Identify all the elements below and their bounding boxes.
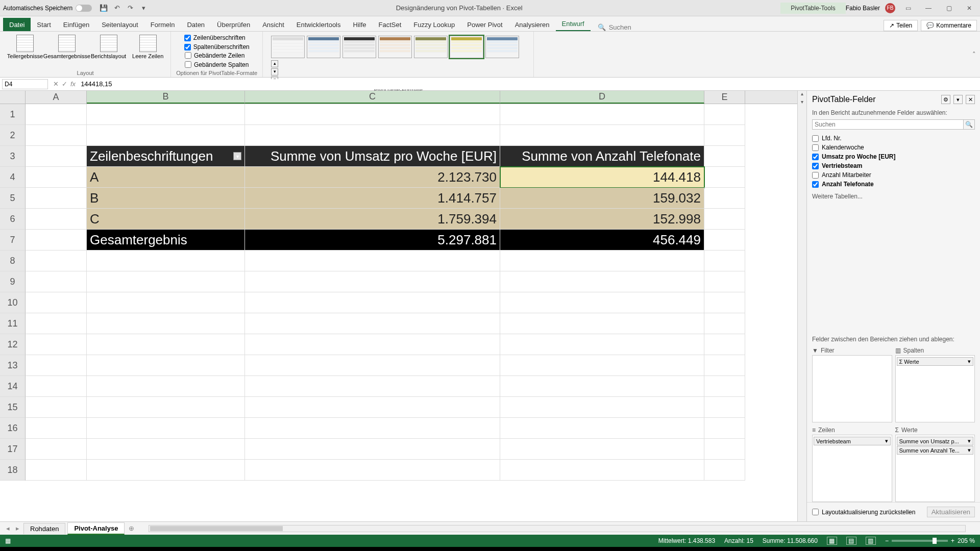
pivot-style-5[interactable] <box>414 36 448 58</box>
search-placeholder[interactable]: Suchen <box>609 23 631 31</box>
row-header[interactable]: 1 <box>0 104 26 125</box>
field-checkbox[interactable] <box>812 144 819 151</box>
minimize-icon[interactable]: — <box>921 3 936 13</box>
pivot-cell[interactable]: 159.032 <box>500 188 704 209</box>
pivot-style-7[interactable] <box>485 36 519 58</box>
pivot-style-1[interactable] <box>271 36 305 58</box>
ribbon-options-icon[interactable]: ▭ <box>900 3 916 13</box>
pivot-header-rows[interactable]: Zeilenbeschriftungen▾ <box>87 146 245 167</box>
blankrows-button[interactable]: Leere Zeilen <box>130 34 165 60</box>
field-item[interactable]: Kalenderwoche <box>812 143 975 152</box>
gallery-up-icon[interactable]: ▴ <box>271 60 278 67</box>
field-checkbox[interactable] <box>812 154 819 160</box>
row-header[interactable]: 8 <box>0 251 26 271</box>
area-item[interactable]: Σ Werte▾ <box>897 357 974 366</box>
tab-entwicklertools[interactable]: Entwicklertools <box>290 18 347 31</box>
save-icon[interactable]: 💾 <box>99 4 108 13</box>
comments-button[interactable]: 💬Kommentare <box>921 20 977 31</box>
update-button[interactable]: Aktualisieren <box>927 507 975 517</box>
sheet-nav-prev-icon[interactable]: ◂ <box>4 524 12 532</box>
pivot-style-4[interactable] <box>378 36 412 58</box>
row-header[interactable]: 5 <box>0 188 26 209</box>
field-item[interactable]: Anzahl Telefonate <box>812 180 975 189</box>
row-header[interactable]: 13 <box>0 355 26 376</box>
row-header[interactable]: 7 <box>0 230 26 251</box>
scroll-down-icon[interactable]: ▾ <box>798 99 806 107</box>
col-header-a[interactable]: A <box>26 91 87 104</box>
field-pane-gear-icon[interactable]: ⚙ <box>941 95 950 104</box>
field-search-input[interactable] <box>812 119 964 130</box>
area-item[interactable]: Summe von Anzahl Te...▾ <box>897 446 974 455</box>
tab-entwurf[interactable]: Entwurf <box>556 17 591 31</box>
tab-start[interactable]: Start <box>31 18 57 31</box>
collapse-ribbon-icon[interactable]: ˄ <box>968 32 980 77</box>
pivot-total-telefonate[interactable]: 456.449 <box>500 230 704 251</box>
pivot-cell-active[interactable]: 144.418 <box>500 167 704 188</box>
autosave-toggle[interactable] <box>76 5 92 12</box>
row-header[interactable]: 11 <box>0 313 26 334</box>
search-icon[interactable]: 🔍 <box>598 23 606 31</box>
field-item[interactable]: Umsatz pro Woche [EUR] <box>812 152 975 161</box>
col-header-d[interactable]: D <box>500 91 704 104</box>
more-tables-link[interactable]: Weitere Tabellen... <box>807 190 980 203</box>
name-box[interactable] <box>2 79 48 89</box>
reportlayout-button[interactable]: Berichtslayout <box>89 34 128 60</box>
field-item[interactable]: Lfd. Nr. <box>812 134 975 143</box>
area-filter-drop[interactable] <box>812 355 892 422</box>
field-pane-layout-icon[interactable]: ▾ <box>953 95 963 104</box>
sheet-tab-rohdaten[interactable]: Rohdaten <box>23 523 65 534</box>
chevron-down-icon[interactable]: ▾ <box>968 447 971 454</box>
new-sheet-icon[interactable]: ⊕ <box>127 524 136 532</box>
zoom-slider[interactable] <box>892 540 948 542</box>
banded-rows-checkbox[interactable]: Gebänderte Zeilen <box>185 52 249 59</box>
tab-formeln[interactable]: Formeln <box>144 18 181 31</box>
tab-ansicht[interactable]: Ansicht <box>256 18 290 31</box>
row-header[interactable]: 14 <box>0 376 26 397</box>
field-checkbox[interactable] <box>812 181 819 188</box>
row-header[interactable]: 15 <box>0 397 26 418</box>
enter-formula-icon[interactable]: ✓ <box>62 80 67 88</box>
area-item[interactable]: Vertriebsteam▾ <box>814 437 891 445</box>
tab-seitenlayout[interactable]: Seitenlayout <box>95 18 144 31</box>
area-columns-drop[interactable]: Σ Werte▾ <box>895 355 975 422</box>
row-header[interactable]: 17 <box>0 439 26 460</box>
grandtotals-button[interactable]: Gesamtergebnisse <box>47 34 87 60</box>
row-header[interactable]: 12 <box>0 334 26 355</box>
pivot-cell[interactable]: B <box>87 188 245 209</box>
row-headers-checkbox[interactable]: Zeilenüberschriften <box>184 34 250 41</box>
maximize-icon[interactable]: ▢ <box>941 3 957 13</box>
row-header[interactable]: 2 <box>0 125 26 146</box>
undo-icon[interactable]: ↶ <box>112 4 121 13</box>
field-item[interactable]: Anzahl Mitarbeiter <box>812 170 975 180</box>
view-pagelayout-icon[interactable]: ▤ <box>846 537 856 545</box>
pivot-cell[interactable]: 1.414.757 <box>245 188 500 209</box>
field-checkbox[interactable] <box>812 172 819 179</box>
field-checkbox[interactable] <box>812 163 819 169</box>
fx-icon[interactable]: fx <box>70 80 76 88</box>
row-header[interactable]: 9 <box>0 271 26 292</box>
col-header-e[interactable]: E <box>704 91 745 104</box>
pivot-style-6-selected[interactable] <box>450 36 483 58</box>
zoom-level[interactable]: 205 % <box>958 537 975 544</box>
formula-input[interactable] <box>79 79 980 89</box>
tab-einfuegen[interactable]: Einfügen <box>57 18 95 31</box>
chevron-down-icon[interactable]: ▾ <box>968 438 971 444</box>
area-item[interactable]: Summe von Umsatz p...▾ <box>897 437 974 445</box>
view-normal-icon[interactable]: ▦ <box>827 537 837 545</box>
share-button[interactable]: ↗Teilen <box>884 20 918 31</box>
sheet-nav-next-icon[interactable]: ▸ <box>14 524 21 532</box>
close-icon[interactable]: ✕ <box>962 3 977 13</box>
row-header[interactable]: 6 <box>0 209 26 230</box>
col-header-b[interactable]: B <box>87 91 245 104</box>
row-header[interactable]: 3 <box>0 146 26 167</box>
pivot-cell[interactable]: C <box>87 209 245 230</box>
sheet-tab-pivot-analyse[interactable]: Pivot-Analyse <box>67 522 125 535</box>
col-headers-checkbox[interactable]: Spaltenüberschriften <box>184 43 250 51</box>
cancel-formula-icon[interactable]: ✕ <box>53 80 59 88</box>
area-rows-drop[interactable]: Vertriebsteam▾ <box>812 435 892 502</box>
row-header[interactable]: 16 <box>0 418 26 439</box>
pivot-cell[interactable]: 152.998 <box>500 209 704 230</box>
tab-power-pivot[interactable]: Power Pivot <box>461 18 508 31</box>
banded-cols-checkbox[interactable]: Gebänderte Spalten <box>185 61 249 68</box>
avatar[interactable]: FB <box>885 3 895 13</box>
